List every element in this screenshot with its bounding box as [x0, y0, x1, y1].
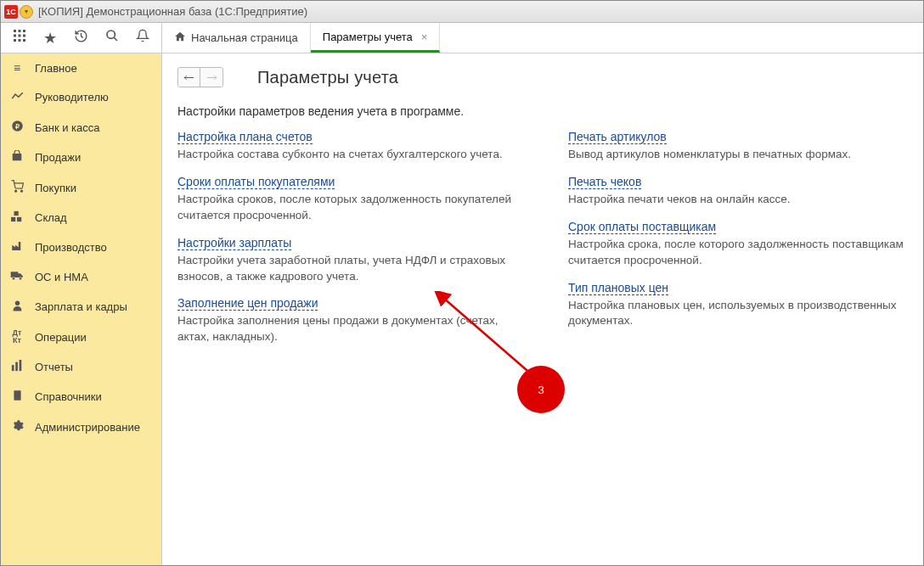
window-titlebar: 1C ▾ [КОПИЯ] Демонстрационная база (1С:П… — [1, 1, 923, 23]
bar-chart-icon — [9, 360, 25, 374]
sidebar-item-label: Отчеты — [35, 361, 73, 373]
page-title: Параметры учета — [257, 68, 398, 87]
svg-point-19 — [19, 277, 21, 280]
factory-icon — [9, 240, 25, 255]
sidebar-item-sales[interactable]: Продажи — [1, 143, 161, 172]
link-chart-plan[interactable]: Настройка плана счетов — [177, 130, 313, 144]
sidebar-item-warehouse[interactable]: Склад — [1, 203, 161, 233]
link-price-fill[interactable]: Заполнение цен продажи — [177, 296, 318, 311]
search-icon[interactable] — [105, 29, 119, 47]
right-column: Печать артикулов Вывод артикулов номенкл… — [568, 130, 908, 357]
main-content: 🡐 🡒 Параметры учета Настройки параметров… — [162, 53, 923, 565]
link-plan-prices[interactable]: Тип плановых цен — [568, 281, 668, 295]
toolbar: ★ Начальная страница Параметры учета × — [1, 23, 923, 53]
star-icon[interactable]: ★ — [43, 29, 57, 48]
sidebar-item-label: Руководителю — [35, 91, 109, 104]
bell-icon[interactable] — [136, 29, 149, 47]
dtkt-icon: ДтКт — [9, 329, 25, 345]
sidebar-item-label: Покупки — [35, 182, 76, 194]
svg-rect-1 — [19, 30, 21, 32]
sidebar-item-reports[interactable]: Отчеты — [1, 352, 161, 382]
svg-line-10 — [114, 37, 117, 41]
link-print-checks[interactable]: Печать чеков — [568, 175, 641, 189]
sidebar-item-purchases[interactable]: Покупки — [1, 172, 161, 203]
sidebar-item-label: Справочники — [35, 390, 102, 403]
svg-rect-7 — [19, 39, 21, 42]
link-desc: Настройка плановых цен, используемых в п… — [568, 298, 908, 330]
link-desc: Настройки учета заработной платы, учета … — [177, 253, 517, 285]
sidebar-item-salary[interactable]: Зарплата и кадры — [1, 292, 161, 322]
tab-active-label: Параметры учета — [323, 31, 413, 43]
link-desc: Настройка состава субконто на счетах бух… — [177, 147, 517, 163]
svg-rect-0 — [14, 30, 16, 32]
link-salary-settings[interactable]: Настройки зарплаты — [177, 236, 291, 250]
sidebar: ≡ Главное Руководителю ₽ Банк и касса Пр… — [1, 53, 162, 565]
svg-rect-22 — [15, 362, 18, 372]
svg-text:₽: ₽ — [15, 123, 20, 131]
tab-active[interactable]: Параметры учета × — [311, 23, 441, 53]
sidebar-item-production[interactable]: Производство — [1, 233, 161, 262]
link-desc: Настройка сроков, после которых задолжен… — [177, 192, 517, 224]
sidebar-item-label: Банк и касса — [35, 121, 100, 134]
sidebar-item-label: Продажи — [35, 151, 81, 164]
history-icon[interactable] — [74, 29, 88, 48]
sidebar-item-label: Администрирование — [35, 421, 140, 434]
toolbar-icons: ★ — [1, 23, 162, 53]
svg-rect-4 — [19, 35, 21, 37]
nav-buttons: 🡐 🡒 — [177, 67, 223, 87]
cart-icon — [9, 180, 25, 195]
page-description: Настройки параметров ведения учета в про… — [177, 104, 908, 118]
svg-point-14 — [20, 190, 22, 192]
svg-point-9 — [107, 31, 115, 38]
link-supplier-terms[interactable]: Срок оплаты поставщикам — [568, 220, 716, 234]
dropdown-icon[interactable]: ▾ — [20, 5, 33, 19]
tab-home-label: Начальная страница — [191, 31, 298, 44]
link-desc: Вывод артикулов номенклатуры в печатных … — [568, 147, 908, 163]
svg-point-13 — [14, 190, 16, 192]
chart-line-icon — [9, 90, 25, 104]
annotation-circle: 3 — [517, 366, 565, 413]
svg-rect-17 — [14, 211, 19, 216]
svg-rect-15 — [11, 217, 15, 221]
close-icon[interactable]: × — [421, 31, 428, 43]
sidebar-item-main[interactable]: ≡ Главное — [1, 53, 161, 82]
sidebar-item-label: Операции — [35, 331, 87, 344]
truck-icon — [9, 270, 25, 284]
svg-point-18 — [12, 277, 14, 280]
link-print-articles[interactable]: Печать артикулов — [568, 130, 667, 144]
link-desc: Настройка печати чеков на онлайн кассе. — [568, 192, 908, 208]
svg-rect-21 — [12, 365, 14, 371]
sidebar-item-catalogs[interactable]: Справочники — [1, 382, 161, 412]
sidebar-item-label: Производство — [35, 241, 107, 254]
svg-rect-6 — [14, 39, 16, 42]
svg-point-20 — [14, 301, 19, 305]
svg-rect-16 — [17, 217, 21, 221]
logo-1c-icon: 1C — [4, 5, 18, 19]
apps-icon[interactable] — [13, 29, 26, 47]
sidebar-item-assets[interactable]: ОС и НМА — [1, 262, 161, 292]
ruble-icon: ₽ — [9, 120, 25, 135]
svg-rect-8 — [23, 39, 25, 42]
tab-home[interactable]: Начальная страница — [162, 23, 311, 53]
sidebar-item-admin[interactable]: Администрирование — [1, 412, 161, 442]
annotation-number: 3 — [538, 384, 544, 396]
sidebar-item-operations[interactable]: ДтКт Операции — [1, 322, 161, 352]
sidebar-item-bank[interactable]: ₽ Банк и касса — [1, 112, 161, 143]
back-button[interactable]: 🡐 — [178, 68, 200, 87]
bag-icon — [9, 150, 25, 165]
sidebar-item-label: Зарплата и кадры — [35, 300, 127, 313]
tabs: Начальная страница Параметры учета × — [162, 23, 440, 53]
sidebar-item-manager[interactable]: Руководителю — [1, 82, 161, 112]
svg-rect-3 — [14, 35, 16, 37]
svg-rect-2 — [23, 30, 25, 32]
sidebar-item-label: Склад — [35, 211, 67, 224]
home-icon — [174, 31, 186, 45]
svg-rect-23 — [20, 360, 22, 371]
svg-rect-5 — [23, 35, 25, 37]
gear-icon — [9, 419, 25, 434]
forward-button[interactable]: 🡒 — [200, 68, 223, 87]
link-desc: Настройка срока, после которого задолжен… — [568, 237, 908, 269]
sidebar-item-label: ОС и НМА — [35, 271, 88, 283]
link-payment-terms[interactable]: Сроки оплаты покупателями — [177, 175, 335, 189]
window-title: [КОПИЯ] Демонстрационная база (1С:Предпр… — [38, 5, 307, 18]
